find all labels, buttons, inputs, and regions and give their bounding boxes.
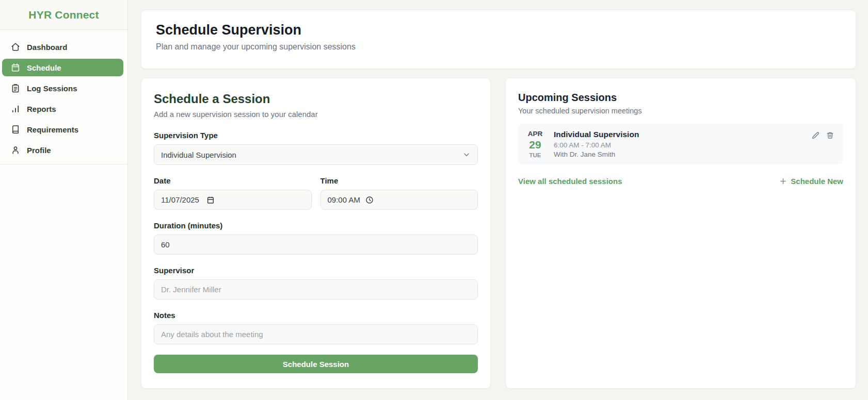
bar-chart-icon bbox=[11, 104, 20, 113]
plus-icon bbox=[779, 177, 787, 185]
trash-icon bbox=[826, 131, 834, 139]
edit-session-button[interactable] bbox=[812, 131, 819, 139]
sidebar-nav: Dashboard Schedule Log Sessions Reports … bbox=[0, 30, 127, 164]
sidebar-item-dashboard[interactable]: Dashboard bbox=[2, 38, 123, 56]
supervisor-field: Supervisor bbox=[154, 266, 478, 299]
sidebar: HYR Connect Dashboard Schedule Log Sessi… bbox=[0, 0, 128, 400]
page-subtitle: Plan and manage your upcoming supervisio… bbox=[156, 42, 841, 52]
sidebar-item-label: Log Sessions bbox=[27, 84, 77, 93]
date-label: Date bbox=[154, 176, 312, 185]
supervisor-input[interactable] bbox=[154, 279, 478, 299]
pencil-icon bbox=[812, 131, 819, 139]
upcoming-title: Upcoming Sessions bbox=[518, 92, 843, 104]
user-icon bbox=[11, 145, 20, 155]
sidebar-item-log-sessions[interactable]: Log Sessions bbox=[2, 79, 123, 97]
page-title: Schedule Supervision bbox=[156, 22, 841, 38]
sidebar-item-profile[interactable]: Profile bbox=[2, 141, 123, 159]
session-supervisor: With Dr. Jane Smith bbox=[554, 151, 639, 158]
session-month: APR bbox=[525, 130, 545, 138]
session-list-item: APR 29 TUE Individual Supervision 6:00 A… bbox=[518, 124, 843, 164]
schedule-new-label: Schedule New bbox=[791, 177, 843, 186]
calendar-picker-icon bbox=[206, 196, 215, 204]
sidebar-item-requirements[interactable]: Requirements bbox=[2, 121, 123, 138]
duration-field: Duration (minutes) bbox=[154, 221, 478, 255]
time-field-group: Time 09:00 AM bbox=[320, 176, 478, 210]
time-input[interactable]: 09:00 AM bbox=[320, 190, 478, 210]
session-info: Individual Supervision 6:00 AM - 7:00 AM… bbox=[554, 130, 639, 158]
supervision-type-value: Individual Supervision bbox=[161, 151, 236, 159]
sidebar-item-schedule[interactable]: Schedule bbox=[2, 59, 123, 76]
date-value: 11/07/2025 bbox=[161, 195, 199, 204]
schedule-new-link[interactable]: Schedule New bbox=[779, 177, 843, 186]
clipboard-icon bbox=[11, 84, 20, 93]
panel-links-row: View all scheduled sessions Schedule New bbox=[518, 177, 843, 186]
sidebar-item-label: Profile bbox=[27, 146, 51, 155]
chevron-down-icon bbox=[462, 151, 471, 159]
delete-session-button[interactable] bbox=[826, 131, 834, 139]
sidebar-item-reports[interactable]: Reports bbox=[2, 100, 123, 118]
date-time-row: Date 11/07/2025 Time 09:00 AM bbox=[154, 176, 478, 210]
upcoming-sessions-card: Upcoming Sessions Your scheduled supervi… bbox=[505, 78, 856, 389]
notes-label: Notes bbox=[154, 311, 478, 320]
calendar-icon bbox=[11, 63, 20, 72]
brand-logo: HYR Connect bbox=[0, 0, 127, 30]
supervisor-label: Supervisor bbox=[154, 266, 478, 275]
session-weekday: TUE bbox=[525, 152, 545, 158]
clock-icon bbox=[365, 196, 374, 204]
notes-field: Notes bbox=[154, 311, 478, 344]
date-input[interactable]: 11/07/2025 bbox=[154, 190, 312, 210]
home-icon bbox=[11, 42, 20, 52]
notes-input[interactable] bbox=[154, 324, 478, 344]
session-date-block: APR 29 TUE bbox=[525, 130, 545, 158]
supervision-type-label: Supervision Type bbox=[154, 131, 478, 140]
duration-label: Duration (minutes) bbox=[154, 221, 478, 230]
supervision-type-select[interactable]: Individual Supervision bbox=[154, 144, 478, 165]
time-label: Time bbox=[320, 176, 478, 185]
book-icon bbox=[11, 125, 20, 134]
session-day: 29 bbox=[525, 139, 545, 151]
session-title: Individual Supervision bbox=[554, 130, 639, 139]
schedule-form-card: Schedule a Session Add a new supervision… bbox=[141, 78, 491, 389]
duration-input[interactable] bbox=[154, 235, 478, 255]
sidebar-item-label: Requirements bbox=[27, 125, 78, 134]
upcoming-subtitle: Your scheduled supervision meetings bbox=[518, 107, 843, 115]
session-time-range: 6:00 AM - 7:00 AM bbox=[554, 141, 639, 149]
sidebar-item-label: Reports bbox=[27, 105, 56, 113]
supervision-type-field: Supervision Type Individual Supervision bbox=[154, 131, 478, 165]
schedule-session-button[interactable]: Schedule Session bbox=[154, 355, 478, 373]
sidebar-item-label: Dashboard bbox=[27, 43, 67, 52]
session-actions bbox=[812, 131, 834, 139]
date-field-group: Date 11/07/2025 bbox=[154, 176, 312, 210]
page-header: Schedule Supervision Plan and manage you… bbox=[141, 10, 856, 69]
time-value: 09:00 AM bbox=[328, 195, 360, 204]
main-content: Schedule Supervision Plan and manage you… bbox=[128, 0, 868, 400]
view-all-sessions-link[interactable]: View all scheduled sessions bbox=[518, 177, 622, 186]
form-subtitle: Add a new supervision session to your ca… bbox=[154, 110, 478, 119]
content-row: Schedule a Session Add a new supervision… bbox=[141, 78, 856, 389]
sidebar-item-label: Schedule bbox=[27, 63, 61, 72]
form-title: Schedule a Session bbox=[154, 92, 478, 106]
